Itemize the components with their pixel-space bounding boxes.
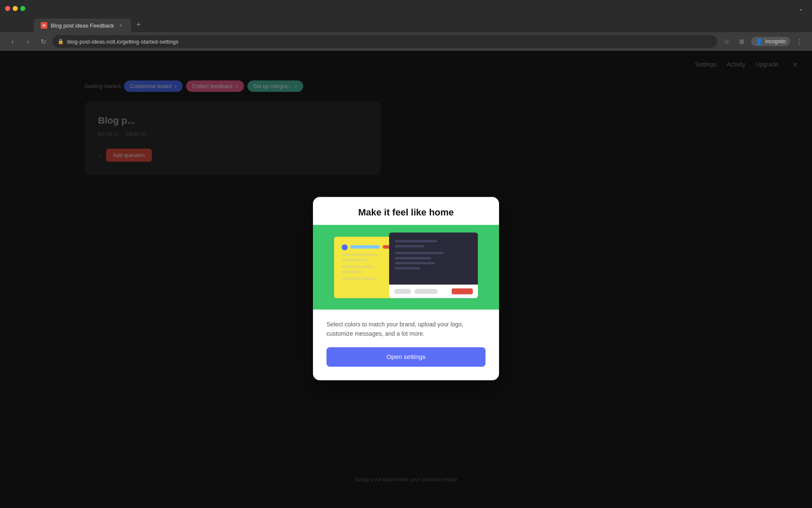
modal-description: Select colors to match your brand, uploa… [326, 320, 486, 339]
modal-body: Select colors to match your brand, uploa… [313, 309, 499, 380]
incognito-badge: 👤 Incognito [751, 37, 790, 46]
bookmark-button[interactable]: ☆ [721, 36, 732, 47]
illus-line-4 [342, 271, 363, 273]
tab-title: Blog post ideas Feedback [51, 22, 114, 29]
illus-dark-line-2 [395, 245, 425, 247]
illus-line-2 [342, 259, 367, 261]
title-bar: ⌄ [0, 0, 812, 17]
back-button[interactable]: ‹ [7, 36, 19, 47]
illus-dark-line-4 [395, 257, 431, 259]
extensions-button[interactable]: ⊞ [736, 36, 748, 47]
illus-dark-line-5 [395, 262, 435, 264]
illustration-container [334, 232, 478, 302]
close-traffic-light[interactable] [5, 6, 10, 11]
minimize-traffic-light[interactable] [13, 6, 18, 11]
tabs-bar: N Blog post ideas Feedback × + [0, 17, 812, 32]
address-bar[interactable]: 🔒 blog-post-ideas.nolt.io/getting-starte… [52, 35, 717, 48]
active-tab[interactable]: N Blog post ideas Feedback × [34, 19, 131, 32]
illus-line-3 [342, 265, 373, 268]
illus-bottom-btn [452, 288, 473, 294]
illus-bar-blue [350, 245, 380, 248]
incognito-label: Incognito [765, 39, 786, 44]
nav-bar: ‹ › ↻ 🔒 blog-post-ideas.nolt.io/getting-… [0, 32, 812, 51]
tab-favicon: N [41, 22, 47, 29]
browser-more-button[interactable]: ⋮ [793, 36, 805, 47]
traffic-lights [5, 6, 25, 11]
tab-close-button[interactable]: × [118, 22, 124, 29]
forward-button[interactable]: › [22, 36, 34, 47]
maximize-traffic-light[interactable] [20, 6, 25, 11]
browser-chrome: ⌄ N Blog post ideas Feedback × + ‹ › ↻ 🔒… [0, 0, 812, 51]
modal-illustration [313, 225, 499, 309]
illus-dark-line-6 [395, 267, 420, 269]
refresh-button[interactable]: ↻ [37, 36, 49, 47]
lock-icon: 🔒 [58, 39, 64, 44]
nav-right-icons: ☆ ⊞ 👤 Incognito ⋮ [721, 36, 805, 47]
modal-title: Make it feel like home [323, 207, 489, 218]
address-text: blog-post-ideas.nolt.io/getting-started-… [67, 39, 178, 45]
illus-line-5 [342, 277, 376, 280]
illus-bottom-bar [389, 284, 478, 298]
modal-header: Make it feel like home [313, 197, 499, 225]
open-settings-button[interactable]: Open settings [326, 347, 486, 367]
illus-dark-panel [389, 232, 478, 298]
illus-bottom-pill-2 [414, 289, 438, 294]
page-content: Settings Activity Upgrade × Getting star… [0, 51, 812, 508]
illus-bottom-pill-1 [394, 289, 411, 294]
illus-dot [342, 244, 348, 250]
illus-dark-line-3 [395, 252, 444, 254]
new-tab-button[interactable]: + [133, 19, 145, 30]
illus-line-1 [342, 254, 378, 256]
chrome-more-button[interactable]: ⌄ [795, 3, 807, 14]
modal-dialog: Make it feel like home [313, 197, 499, 380]
illus-dark-line-1 [395, 240, 437, 242]
